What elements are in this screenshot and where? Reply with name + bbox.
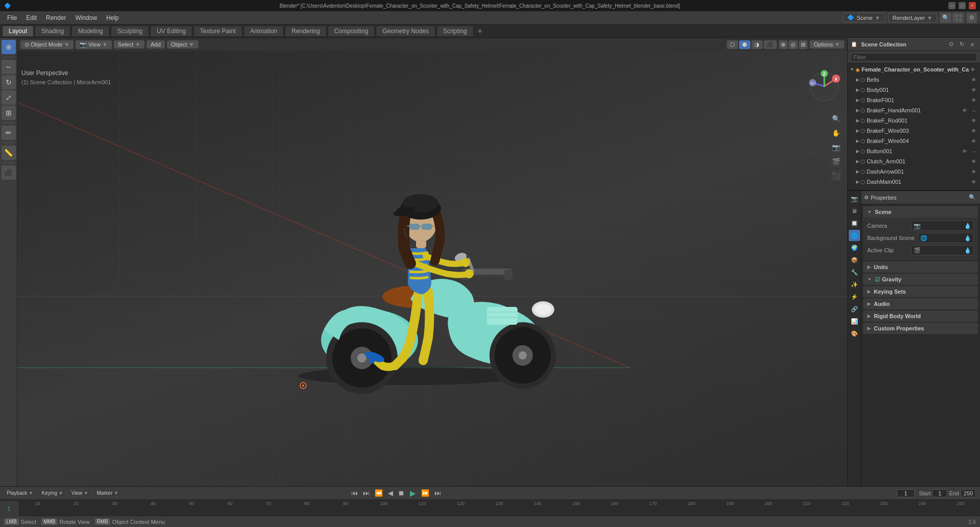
- zoom-icon[interactable]: 🔍: [830, 112, 842, 125]
- vis-icon[interactable]: 👁: [970, 86, 978, 94]
- prop-tab-object[interactable]: 📦: [849, 254, 860, 266]
- step-back-button[interactable]: ⏪: [373, 489, 384, 497]
- frame-1-marker[interactable]: 1: [0, 501, 18, 516]
- camera-value[interactable]: 📷 💧: [911, 221, 974, 231]
- tab-geometry-nodes[interactable]: Geometry Nodes: [376, 26, 435, 36]
- outliner-sync-icon[interactable]: ↻: [957, 40, 966, 49]
- outliner-item-body001[interactable]: ▶ ⬡ Body001 👁: [848, 85, 980, 95]
- bg-scene-value[interactable]: 🌐 💧: [918, 233, 974, 243]
- outliner-item-belts[interactable]: ▶ ⬡ Belts 👁: [848, 75, 980, 85]
- view-3d-icon[interactable]: ⬛: [830, 170, 842, 182]
- outliner-more-icon[interactable]: ≡: [968, 40, 977, 49]
- vis-icon[interactable]: 👁: [970, 127, 978, 135]
- tab-shading[interactable]: Shading: [35, 26, 70, 36]
- keying-sets-header[interactable]: ▶ Keying Sets: [863, 286, 978, 297]
- props-search-icon[interactable]: 🔍: [968, 193, 977, 202]
- outliner-item-brakef-wire004[interactable]: ▶ ⬡ BrakeF_Wire004 👁: [848, 136, 980, 146]
- maximize-button[interactable]: □: [959, 2, 966, 9]
- window-controls[interactable]: — □ ✕: [948, 2, 976, 9]
- mirror-icon[interactable]: ↔: [970, 106, 978, 114]
- prop-tab-particles[interactable]: ✨: [849, 279, 860, 290]
- view-dropdown[interactable]: View ▼: [69, 489, 91, 497]
- outliner-search-bar[interactable]: [848, 51, 980, 63]
- rotate-tool-button[interactable]: ↻: [2, 75, 16, 89]
- viewport-visibility-icon[interactable]: ⊕: [978, 65, 980, 74]
- prop-tab-render[interactable]: 📷: [849, 193, 860, 204]
- xray-btn[interactable]: ⊞: [799, 40, 807, 49]
- custom-props-header[interactable]: ▶ Custom Properties: [863, 323, 978, 334]
- add-workspace-button[interactable]: +: [475, 27, 485, 36]
- render-preview-icon[interactable]: 🎬: [830, 155, 842, 167]
- camera-icon[interactable]: 📷: [830, 141, 842, 153]
- marker-dropdown[interactable]: Marker ▼: [94, 489, 121, 497]
- add-object-button[interactable]: ⬛: [2, 165, 16, 180]
- jump-start-button[interactable]: ⏮: [350, 489, 359, 497]
- prop-tab-constraints[interactable]: 🔗: [849, 303, 860, 315]
- menu-window[interactable]: Window: [71, 13, 101, 23]
- viewport[interactable]: ⊙ Object Mode ▼ 📷 View ▼ Select ▼ Add Ob…: [17, 38, 847, 486]
- stop-button[interactable]: ⏹: [397, 489, 406, 497]
- outliner-item-brakef-rod[interactable]: ▶ ⬡ BrakeF_Rod001 👁: [848, 115, 980, 126]
- jump-prev-keyframe-button[interactable]: ⏭: [361, 489, 371, 497]
- menu-edit[interactable]: Edit: [22, 13, 41, 23]
- render-layer-selector[interactable]: RenderLayer ▼: [888, 13, 937, 22]
- scene-section-header[interactable]: ▼ Scene: [863, 206, 978, 218]
- tab-uv-editing[interactable]: UV Editing: [150, 26, 192, 36]
- gizmo-btn[interactable]: ⊕: [779, 40, 788, 49]
- vis-icon[interactable]: 👁: [961, 106, 969, 114]
- active-clip-value[interactable]: 🎬 💧: [911, 245, 974, 255]
- measure-tool-button[interactable]: 📏: [2, 146, 16, 160]
- vis-icon[interactable]: 👁: [970, 137, 978, 145]
- play-button[interactable]: ▶: [408, 489, 418, 498]
- options-dropdown[interactable]: Options ▼: [810, 40, 844, 49]
- tab-animation[interactable]: Animation: [243, 26, 284, 36]
- prop-tab-data[interactable]: 📊: [849, 316, 860, 327]
- step-forward-button[interactable]: ⏩: [420, 489, 431, 497]
- wireframe-btn[interactable]: ⬡: [727, 40, 738, 49]
- keying-dropdown[interactable]: Keying ▼: [39, 489, 65, 497]
- clip-eyedropper[interactable]: 💧: [964, 247, 971, 254]
- prop-tab-scene[interactable]: 🌐: [849, 230, 860, 241]
- tab-layout[interactable]: Layout: [2, 26, 34, 36]
- play-back-button[interactable]: ◀: [386, 489, 395, 497]
- vis-icon[interactable]: 👁: [970, 96, 978, 104]
- material-btn[interactable]: ◑: [751, 40, 763, 49]
- vis-icon[interactable]: 👁: [970, 178, 978, 186]
- close-button[interactable]: ✕: [969, 2, 976, 9]
- rigid-body-header[interactable]: ▶ Rigid Body World: [863, 310, 978, 322]
- overlay-btn[interactable]: ◎: [789, 40, 798, 49]
- fullscreen-button[interactable]: ⛶: [952, 13, 964, 23]
- move-tool-button[interactable]: ↔: [2, 60, 16, 74]
- bg-scene-eyedropper[interactable]: 💧: [964, 235, 971, 242]
- filter-icon[interactable]: ⚙: [967, 13, 977, 23]
- transform-tool-button[interactable]: ⊞: [2, 106, 16, 120]
- navigation-gizmo[interactable]: X Y Z: [806, 68, 842, 104]
- vis-icon[interactable]: 👁: [970, 116, 978, 125]
- rendered-btn[interactable]: ⬛: [764, 40, 777, 49]
- outliner-item-brakef-wire003[interactable]: ▶ ⬡ BrakeF_Wire003 👁: [848, 126, 980, 136]
- outliner-item-brakef-handarm[interactable]: ▶ ⬡ BrakeF_HandArm001 👁 ↔: [848, 105, 980, 115]
- outliner-item-dash-arrow[interactable]: ▶ ⬡ DashArrow001 👁: [848, 166, 980, 177]
- minimize-button[interactable]: —: [948, 2, 955, 9]
- prop-tab-world[interactable]: 🌍: [849, 242, 860, 253]
- viewport-scene[interactable]: User Perspective (1) Scene Collection | …: [17, 51, 847, 486]
- playback-dropdown[interactable]: Playback ▼: [4, 489, 36, 497]
- audio-header[interactable]: ▶ Audio: [863, 298, 978, 309]
- tab-scripting[interactable]: Scripting: [436, 26, 474, 36]
- mirror-icon[interactable]: ↔: [970, 147, 978, 155]
- tab-sculpting[interactable]: Sculpting: [111, 26, 149, 36]
- current-frame-input[interactable]: 1: [897, 489, 915, 497]
- gravity-header[interactable]: ▼ ☑ Gravity: [863, 274, 978, 285]
- tab-rendering[interactable]: Rendering: [285, 26, 326, 36]
- outliner-item-clutch-arm[interactable]: ▶ ⬡ Clutch_Arm001 👁: [848, 156, 980, 166]
- vis-icon[interactable]: 👁: [970, 76, 978, 84]
- add-menu-btn[interactable]: Add: [146, 40, 165, 49]
- prop-tab-output[interactable]: 🖥: [849, 205, 860, 217]
- vis-icon[interactable]: 👁: [970, 157, 978, 165]
- search-button[interactable]: 🔍: [940, 13, 951, 23]
- tab-compositing[interactable]: Compositing: [328, 26, 375, 36]
- menu-file[interactable]: File: [3, 13, 21, 23]
- object-mode-dropdown[interactable]: ⊙ Object Mode ▼: [20, 40, 74, 49]
- outliner-item-brakef001[interactable]: ▶ ⬡ BrakeF001 👁: [848, 95, 980, 105]
- outliner-item-button001[interactable]: ▶ ⬡ Button001 👁 ↔: [848, 146, 980, 156]
